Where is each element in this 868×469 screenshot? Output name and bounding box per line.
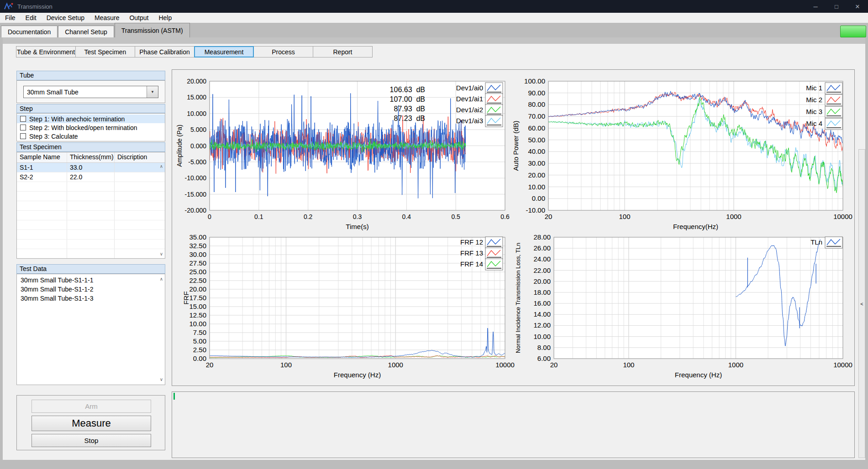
svg-text:30.00: 30.00 [528, 159, 545, 167]
measure-controls-box: Arm Measure Stop [16, 395, 165, 450]
column-header[interactable]: Thickness(mm) [67, 152, 115, 162]
chart-tln: 28.0026.0024.0022.0020.0018.0016.0014.00… [513, 234, 854, 386]
minimize-button[interactable]: ─ [805, 0, 826, 13]
menu-item-measure[interactable]: Measure [89, 13, 124, 23]
table-cell [115, 172, 165, 182]
step-item[interactable]: Step 3: Calculate [17, 132, 165, 141]
svg-text:27.50: 27.50 [189, 259, 206, 267]
svg-text:Time(s): Time(s) [346, 223, 368, 230]
svg-text:0.2: 0.2 [304, 213, 313, 220]
svg-text:90.00: 90.00 [528, 89, 545, 97]
svg-text:8.00: 8.00 [537, 344, 551, 351]
subtab-phase-calibration[interactable]: Phase Calibration [135, 46, 195, 57]
table-row-empty [17, 220, 165, 230]
svg-text:10000: 10000 [833, 361, 852, 369]
svg-text:FRF: FRF [182, 291, 190, 304]
svg-text:-10.000: -10.000 [185, 174, 207, 182]
table-cell [115, 240, 165, 249]
scroll-down-icon[interactable]: ∨ [160, 377, 163, 382]
checkbox-icon[interactable] [20, 125, 26, 130]
svg-text:106.63 dB: 106.63 dB [390, 86, 425, 94]
svg-text:TLn: TLn [810, 238, 822, 246]
svg-text:Normal Incidence Transmission: Normal Incidence Transmission Loss, TLn [515, 243, 521, 353]
svg-text:6.00: 6.00 [537, 354, 551, 362]
table-header-row: Sample NameThickness(mm)Discription [17, 152, 165, 163]
scroll-up-icon[interactable]: ∧ [160, 277, 163, 281]
table-cell: 22.0 [67, 172, 115, 182]
dropdown-arrow-icon[interactable] [147, 86, 158, 98]
svg-text:-10.00: -10.00 [526, 206, 545, 214]
menu-item-device-setup[interactable]: Device Setup [42, 13, 89, 23]
svg-text:10.000: 10.000 [187, 110, 206, 117]
test-specimen-section-header: Test Specimen [16, 142, 165, 152]
menu-item-file[interactable]: File [0, 13, 21, 23]
collapse-handle[interactable]: < [858, 149, 865, 458]
subtab-report[interactable]: Report [313, 46, 373, 57]
tab-transmission-astm-[interactable]: Transmission (ASTM) [115, 23, 190, 37]
list-item[interactable]: 30mm Small Tube-S1-1-3 [17, 294, 165, 303]
svg-text:Dev1/ai1: Dev1/ai1 [456, 95, 483, 103]
arm-button[interactable]: Arm [32, 400, 151, 413]
charts-panel: 20.00015.00010.0005.0000.000-5.000-10.00… [172, 69, 855, 386]
svg-text:Frequency (Hz): Frequency (Hz) [675, 371, 722, 379]
step-label: Step 1: With anechoic termination [29, 115, 125, 123]
svg-text:22.00: 22.00 [533, 266, 551, 274]
svg-text:15.00: 15.00 [189, 302, 206, 310]
checkbox-icon[interactable] [20, 116, 26, 122]
table-cell [67, 249, 115, 258]
list-item[interactable]: 30mm Small Tube-S1-1-2 [17, 285, 165, 294]
table-cell [67, 211, 115, 220]
svg-text:10000: 10000 [833, 213, 852, 220]
menu-item-help[interactable]: Help [153, 13, 177, 23]
menu-item-output[interactable]: Output [124, 13, 153, 23]
svg-text:-15.000: -15.000 [185, 191, 207, 198]
window-title: Transmission [17, 3, 53, 10]
step-item[interactable]: Step 1: With anechoic termination [17, 115, 165, 123]
svg-text:Mic 1: Mic 1 [806, 84, 822, 92]
subtab-process[interactable]: Process [253, 46, 313, 57]
table-cell [17, 201, 67, 210]
status-indicator [840, 26, 866, 37]
table-row[interactable]: S2-222.0 [17, 172, 165, 182]
close-button[interactable]: ✕ [847, 0, 868, 13]
svg-text:2.50: 2.50 [193, 346, 206, 354]
measure-button[interactable]: Measure [32, 416, 151, 431]
svg-text:Frequency (Hz): Frequency (Hz) [334, 371, 381, 379]
test-data-section-header: Test Data [16, 264, 165, 274]
scroll-down-icon[interactable]: ∨ [160, 252, 163, 256]
subtab-test-specimen[interactable]: Test Specimen [75, 46, 135, 57]
title-bar: Transmission ─ □ ✕ [0, 0, 868, 13]
svg-text:20: 20 [545, 213, 552, 220]
scroll-up-icon[interactable]: ∧ [160, 164, 163, 169]
step-item[interactable]: Step 2: With blocked/open termination [17, 123, 165, 132]
svg-text:Amplitude (Pa): Amplitude (Pa) [176, 125, 183, 167]
svg-text:20.00: 20.00 [533, 277, 551, 285]
svg-text:0.00: 0.00 [193, 354, 206, 362]
table-row[interactable]: S1-133.0 [17, 163, 165, 172]
svg-text:40.00: 40.00 [528, 147, 545, 155]
subtab-strip: Tube & EnvironmentTest SpecimenPhase Cal… [16, 46, 373, 57]
column-header[interactable]: Sample Name [17, 152, 67, 162]
maximize-button[interactable]: □ [826, 0, 847, 13]
table-cell [67, 192, 115, 201]
tube-select[interactable]: 30mm Small Tube [23, 86, 158, 98]
svg-text:5.000: 5.000 [190, 126, 206, 133]
column-header[interactable]: Discription [115, 152, 165, 162]
tab-documentation[interactable]: Documentation [1, 26, 58, 37]
stop-button[interactable]: Stop [32, 434, 151, 447]
tab-channel-setup[interactable]: Channel Setup [58, 26, 114, 37]
subtab-measurement[interactable]: Measurement [194, 46, 254, 57]
chart-auto_power: 100.0090.0080.0070.0060.0050.0040.0030.0… [513, 72, 854, 234]
svg-text:87.23 dB: 87.23 dB [394, 115, 426, 122]
svg-text:10000: 10000 [495, 361, 515, 369]
table-cell [17, 192, 67, 201]
menu-item-edit[interactable]: Edit [21, 13, 42, 23]
checkbox-icon[interactable] [20, 133, 26, 139]
table-cell: 33.0 [67, 163, 115, 172]
list-item[interactable]: 30mm Small Tube-S1-1-1 [17, 276, 165, 285]
subtab-tube-environment[interactable]: Tube & Environment [16, 46, 76, 57]
svg-text:107.00 dB: 107.00 dB [390, 95, 425, 103]
table-cell [67, 201, 115, 210]
svg-text:25.00: 25.00 [189, 268, 206, 276]
svg-text:FRF 12: FRF 12 [460, 238, 483, 246]
